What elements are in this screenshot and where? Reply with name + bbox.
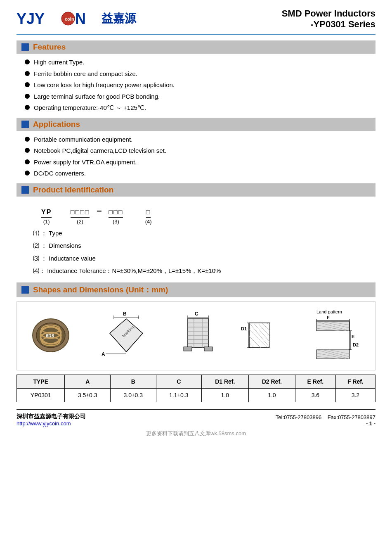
product-main-title: SMD Power Inductors	[282, 8, 375, 19]
product-id-diagram: YP (1) □□□□ (2) － □□□ (3) □ (4)	[41, 205, 351, 225]
pid-part-3: □□□ (3)	[109, 209, 123, 225]
top-view-diagram: B Marking A	[97, 311, 155, 361]
features-icon	[21, 43, 29, 51]
col-d2: D2 Ref.	[248, 375, 295, 388]
applications-header: Applications	[17, 118, 375, 131]
list-item: DC/DC converters.	[25, 169, 375, 178]
pid-code-3: □□□	[109, 209, 123, 218]
logo-svg: YJY coin N	[17, 8, 99, 29]
svg-text:F: F	[327, 315, 330, 320]
svg-rect-33	[184, 347, 192, 351]
table-header-row: TYPE A B C D1 Ref. D2 Ref. E Ref. F Ref.	[17, 375, 375, 388]
svg-line-37	[253, 323, 270, 342]
applications-icon	[21, 121, 29, 128]
cell-e: 3.6	[295, 388, 336, 402]
col-a: A	[65, 375, 111, 388]
list-item: Large terminal surface for good PCB bond…	[25, 92, 375, 102]
col-b: B	[111, 375, 156, 388]
applications-title: Applications	[33, 120, 80, 129]
page-header: YJY coin N 益嘉源 SMD Power Inductors -YP03…	[17, 8, 375, 35]
bullet-dot	[25, 171, 30, 176]
col-e: E Ref.	[295, 375, 336, 388]
cell-d1: 1.0	[202, 388, 249, 402]
company-website[interactable]: http://www.yjycoin.com	[17, 420, 71, 427]
list-item: Ferrite bobbin core and compact size.	[25, 69, 375, 79]
bullet-dot	[25, 94, 30, 99]
svg-text:A: A	[102, 351, 105, 357]
list-item: Operating temperature:-40℃ ～ +125℃.	[25, 103, 375, 113]
footer-tel: Tel:0755-27803896	[276, 414, 321, 420]
shapes-icon	[21, 286, 29, 294]
dimensions-table: TYPE A B C D1 Ref. D2 Ref. E Ref. F Ref.…	[17, 375, 375, 402]
page-number: - 1 -	[366, 420, 375, 427]
cell-d2: 1.0	[248, 388, 295, 402]
cell-c: 1.1±0.3	[156, 388, 202, 402]
bullet-dot	[25, 159, 30, 164]
shapes-diagrams: 6R8 B Marking A	[17, 301, 375, 370]
shapes-header: Shapes and Dimensions (Unit：mm)	[17, 282, 375, 297]
pid-code-1: YP	[41, 209, 52, 218]
list-item: High current Type.	[25, 58, 375, 67]
company-name: 深圳市益嘉源电子有限公司	[17, 413, 86, 420]
bullet-dot	[25, 105, 30, 110]
pid-code-4: □	[146, 209, 151, 218]
watermark: 更多资料下载请到五八文库wk.58sms.com	[17, 430, 375, 437]
side-view-diagram: C	[182, 311, 215, 361]
list-item: Power supply for VTR,OA equipment.	[25, 158, 375, 167]
pid-code-2: □□□□	[71, 209, 90, 218]
col-f: F Ref.	[335, 375, 375, 388]
logo-area: YJY coin N 益嘉源	[17, 8, 136, 29]
svg-text:YJY: YJY	[17, 10, 45, 27]
inductor-photo: 6R8	[30, 317, 71, 355]
svg-text:coin: coin	[65, 17, 74, 21]
bullet-dot	[25, 59, 30, 64]
pid-part-1: YP (1)	[41, 209, 52, 225]
pid-desc-item-1: ⑴ ： Type	[33, 229, 375, 238]
list-item: Notebook PC,digital carmera,LCD televisi…	[25, 146, 375, 156]
col-type: TYPE	[17, 375, 65, 388]
pid-desc-item-2: ⑵ ： Dimensions	[33, 241, 375, 251]
cell-b: 3.0±0.3	[111, 388, 156, 402]
features-list: High current Type. Ferrite bobbin core a…	[17, 58, 375, 113]
list-item: Low core loss for high frequency power a…	[25, 81, 375, 90]
col-c: C	[156, 375, 202, 388]
svg-text:Land pattern: Land pattern	[316, 309, 342, 314]
pid-part-2: □□□□ (2)	[71, 209, 90, 225]
list-item: Portable communication equipment.	[25, 135, 375, 145]
product-id-icon	[21, 186, 29, 194]
footer-fax: Fax:0755-27803897	[328, 414, 375, 420]
svg-line-42	[249, 336, 261, 348]
bullet-dot	[25, 71, 30, 76]
svg-text:N: N	[75, 10, 86, 27]
cell-type: YP0301	[17, 388, 65, 402]
logo-chinese-text: 益嘉源	[102, 11, 136, 26]
header-title: SMD Power Inductors -YP0301 Series	[282, 8, 375, 30]
applications-list: Portable communication equipment. Notebo…	[17, 135, 375, 178]
bullet-dot	[25, 137, 30, 142]
features-header: Features	[17, 40, 375, 54]
svg-text:D1: D1	[241, 326, 247, 331]
land-pattern-diagram: Land pattern F E	[304, 308, 362, 363]
cell-a: 3.5±0.3	[65, 388, 111, 402]
svg-line-36	[249, 323, 270, 348]
front-view-diagram: D1	[241, 311, 278, 361]
pid-part-4: □ (4)	[145, 209, 152, 225]
cell-f: 3.2	[335, 388, 375, 402]
pid-desc-list: ⑴ ： Type ⑵ ： Dimensions ⑶ ： Inductance v…	[17, 229, 375, 276]
product-sub-title: -YP0301 Series	[282, 19, 375, 30]
pid-desc-item-3: ⑶ ： Inductance value	[33, 254, 375, 263]
product-id-title: Product Identification	[33, 185, 113, 194]
bullet-dot	[25, 148, 30, 153]
footer-right: Tel:0755-27803896 Fax:0755-27803897 - 1 …	[276, 414, 375, 427]
footer-left: 深圳市益嘉源电子有限公司 http://www.yjycoin.com	[17, 413, 86, 427]
col-d1: D1 Ref.	[202, 375, 249, 388]
page-footer: 深圳市益嘉源电子有限公司 http://www.yjycoin.com Tel:…	[17, 409, 375, 427]
shapes-title: Shapes and Dimensions (Unit：mm)	[33, 285, 168, 295]
svg-text:E: E	[352, 334, 354, 339]
svg-line-43	[249, 343, 254, 348]
product-id-header: Product Identification	[17, 183, 375, 197]
table-row: YP0301 3.5±0.3 3.0±0.3 1.1±0.3 1.0 1.0 3…	[17, 388, 375, 402]
svg-text:D2: D2	[353, 342, 359, 347]
pid-desc-item-4: ⑷： Inductance Tolerance：N=±30%,M=±20%，L=…	[33, 266, 375, 276]
features-title: Features	[33, 43, 66, 52]
